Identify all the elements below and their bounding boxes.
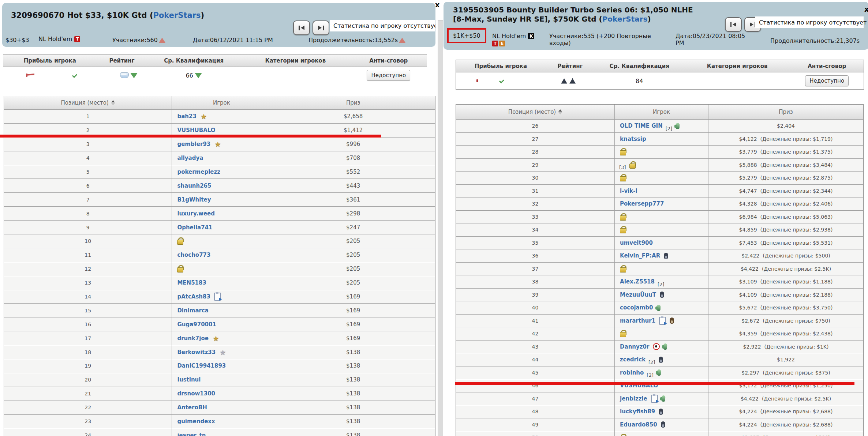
player-link[interactable]: luckyfish89 <box>620 408 655 415</box>
player-link[interactable]: Dinimarca <box>177 307 209 314</box>
player-stats-dropdown[interactable]: Статистика по игроку отсутствует <box>330 20 435 31</box>
prize-note: (Денежные призы: $3,750) <box>760 305 833 311</box>
table-row: 5pokermeplezz$552 <box>4 165 435 179</box>
player-link[interactable]: drunk7joe <box>177 335 209 342</box>
avg-qualification-value: 66 <box>186 72 193 79</box>
player-cell: AnteroBH <box>172 401 271 414</box>
column-header-position[interactable]: Позиция (место) <box>4 96 172 109</box>
player-link[interactable]: jesper_tn <box>177 432 206 436</box>
results-table: Позиция (место) Игрок Приз 26OLD TIME GI… <box>456 104 864 436</box>
player-link[interactable]: robinho <box>620 369 644 376</box>
player-link[interactable]: Kelvin_FP:AR <box>620 252 660 259</box>
player-link[interactable]: Iustinul <box>177 376 201 383</box>
player-link[interactable]: B1gWhitey <box>177 196 211 203</box>
knockout-badge-icon: K <box>528 33 534 39</box>
position-cell: 1 <box>4 110 172 123</box>
stats-header-profit: Прибыль игрока <box>3 55 97 67</box>
player-link[interactable]: gembler93 <box>177 141 210 147</box>
player-cell: OLD TIME GIN[2] <box>615 120 708 132</box>
player-link[interactable]: pAtcAsh83 <box>177 293 210 300</box>
site-link[interactable]: PokerStars <box>602 15 648 23</box>
player-cell: cocojamb0 <box>615 301 708 314</box>
player-link[interactable]: umvelt900 <box>620 240 653 246</box>
prev-tournament-button[interactable] <box>725 17 742 32</box>
anti-collusion-button[interactable]: Недоступно <box>367 70 410 81</box>
player-link[interactable]: Eduardo850 <box>620 421 657 428</box>
player-link[interactable]: Pokersepp777 <box>620 200 664 207</box>
player-cell: Eduardo850 <box>615 418 708 431</box>
position-cell: 45 <box>456 367 615 379</box>
prize-note: (Денежные призы: $1K) <box>764 344 829 350</box>
player-cell: Kelvin_FP:AR <box>615 249 708 262</box>
player-link[interactable]: guimendexx <box>177 418 215 425</box>
dropdown-value: Статистика по игроку отсутствует <box>333 22 435 29</box>
scrollbar[interactable] <box>438 20 443 436</box>
prize-amount: $4,359 <box>739 331 757 337</box>
next-icon <box>323 26 324 30</box>
column-header-position[interactable]: Позиция (место) <box>456 105 615 119</box>
player-link[interactable]: OLD TIME GIN <box>620 123 663 129</box>
position-cell: 42 <box>456 327 615 340</box>
position-cell: 47 <box>456 392 615 405</box>
prev-icon <box>299 26 300 30</box>
column-header-player[interactable]: Игрок <box>172 96 271 109</box>
table-row: 7B1gWhitey$361 <box>4 192 435 206</box>
player-link[interactable]: Alex.Z5518 <box>620 278 655 285</box>
table-row: 44zcedrick[2]$1,922 <box>456 353 863 366</box>
lock-icon <box>620 148 626 155</box>
prize-cell: $4,224(Денежные призы: $2,688) <box>708 405 863 418</box>
player-link[interactable]: jenbizzle <box>620 395 647 402</box>
player-link[interactable]: AnteroBH <box>177 404 207 411</box>
player-link[interactable]: Guga970001 <box>177 321 216 328</box>
player-cell <box>172 262 271 276</box>
player-stats-dropdown[interactable]: Статистика по игроку отсутствует <box>755 16 864 28</box>
player-link[interactable]: chocho773 <box>177 252 210 258</box>
prize-amount: $4,122 <box>739 136 757 142</box>
player-link[interactable]: zcedrick <box>620 356 646 363</box>
player-cell: pAtcAsh83 <box>172 290 271 304</box>
player-link[interactable]: mararthur1 <box>620 317 655 324</box>
player-link[interactable]: knatssip <box>620 136 646 142</box>
player-link[interactable]: pokermeplezz <box>177 169 220 175</box>
column-header-prize[interactable]: Приз <box>708 105 863 119</box>
player-link[interactable]: MEN5183 <box>177 279 206 286</box>
next-tournament-button[interactable] <box>313 20 329 35</box>
stats-header-qualification: Ср. Квалификация <box>147 55 240 67</box>
player-link[interactable]: MezuuÛuuT <box>620 292 656 298</box>
player-link[interactable]: l-vik-l <box>620 188 637 194</box>
column-header-player[interactable]: Игрок <box>615 105 708 119</box>
player-link[interactable]: drsnow1300 <box>177 390 215 397</box>
player-link[interactable]: Berkowitz33 <box>177 349 216 356</box>
player-link[interactable]: Dannyz0r <box>620 343 649 350</box>
prev-tournament-button[interactable] <box>293 20 310 35</box>
player-link[interactable]: DaniC19941893 <box>177 362 226 369</box>
player-link[interactable]: Ophelia741 <box>177 224 212 231</box>
player-cell: chocho773 <box>172 248 271 262</box>
column-header-prize[interactable]: Приз <box>271 96 435 109</box>
player-link[interactable]: VUSHUBALO <box>177 127 215 134</box>
lock-icon <box>620 434 626 436</box>
player-link[interactable]: bah23 <box>177 113 196 120</box>
close-icon[interactable]: x <box>864 6 868 12</box>
prize-cell: $205 <box>271 276 435 290</box>
prize-cell: $2,672(Денежные призы: $750) <box>708 315 863 327</box>
player-link[interactable]: shaunh265 <box>177 183 211 189</box>
penguin-icon <box>661 421 665 428</box>
table-row: 20Iustinul$138 <box>4 373 435 387</box>
prize-cell: $205 <box>271 234 435 248</box>
prize-cell: $4,422(Денежные призы: $2.5K) <box>708 263 863 275</box>
prize-amount: $708 <box>346 155 360 161</box>
prize-cell: $138 <box>271 387 435 401</box>
player-link[interactable]: cocojamb0 <box>620 304 653 311</box>
anti-collusion-button[interactable]: Недоступно <box>805 75 849 86</box>
prize-amount: $2,404 <box>777 123 795 129</box>
table-row: 28$3,779(Денежные призы: $1,375) <box>456 145 863 158</box>
player-link[interactable]: allyadya <box>177 155 203 161</box>
duration-value: Продолжительность:13,552s <box>308 37 398 44</box>
table-row: 9Ophelia741$247 <box>4 220 435 234</box>
duration-label: Продолжительность:13,552s <box>308 37 405 44</box>
close-icon[interactable]: x <box>435 1 439 8</box>
site-link[interactable]: PokerStars <box>153 11 201 20</box>
player-link[interactable]: luxury.weed <box>177 210 215 217</box>
prize-cell: $3,172(Денежные призы: $1,250) <box>708 379 863 392</box>
